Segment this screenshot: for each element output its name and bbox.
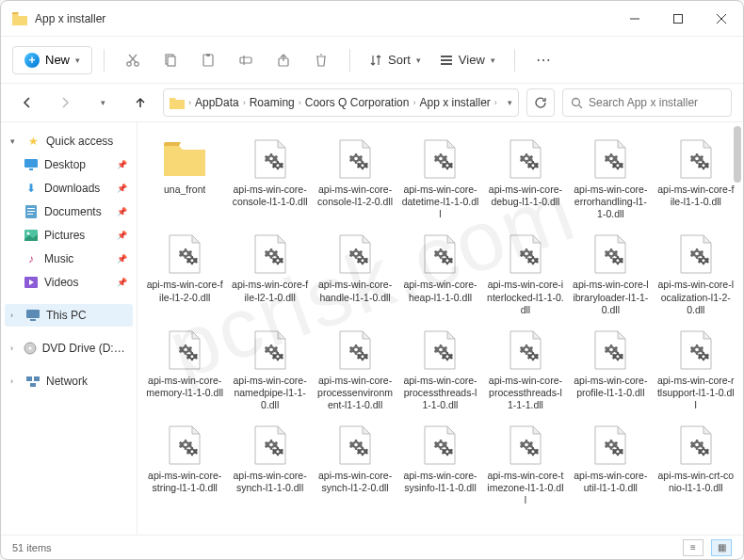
search-icon (571, 97, 583, 109)
more-button[interactable]: ⋯ (526, 43, 560, 77)
paste-button[interactable] (191, 43, 225, 77)
pictures-icon (24, 228, 39, 243)
pin-icon: 📌 (117, 160, 127, 169)
file-name: api-ms-win-core-file-l2-1-0.dll (231, 279, 308, 303)
file-item[interactable]: api-ms-win-core-synch-l1-1-0.dll (228, 418, 311, 511)
file-item[interactable]: api-ms-win-core-heap-l1-1-0.dll (398, 227, 481, 320)
svg-rect-23 (27, 208, 35, 209)
scrollbar[interactable] (734, 126, 741, 183)
view-button[interactable]: View ▾ (432, 47, 503, 72)
sidebar-downloads[interactable]: ⬇Downloads📌 (5, 177, 133, 200)
file-item[interactable]: api-ms-win-core-rtlsupport-l1-1-0.dll (655, 323, 737, 416)
sidebar-music[interactable]: ♪Music📌 (5, 248, 133, 270)
sidebar-pictures[interactable]: Pictures📌 (5, 224, 133, 247)
file-item[interactable]: api-ms-win-core-file-l2-1-0.dll (228, 227, 311, 320)
dll-icon (588, 423, 633, 468)
file-item[interactable]: api-ms-win-core-handle-l1-1-0.dll (314, 227, 396, 320)
file-item[interactable]: api-ms-win-core-processthreads-l1-1-0.dl… (398, 323, 481, 416)
sidebar-documents[interactable]: Documents📌 (5, 200, 133, 223)
file-item[interactable]: api-ms-win-crt-conio-l1-1-0.dll (655, 418, 737, 511)
file-item[interactable]: api-ms-win-core-datetime-l1-1-0.dll (398, 132, 481, 225)
file-name: api-ms-win-core-processthreads-l1-1-1.dl… (487, 375, 564, 411)
separator (349, 49, 350, 72)
file-item[interactable]: api-ms-win-core-synch-l1-2-0.dll (314, 418, 396, 511)
details-view-button[interactable]: ≡ (683, 539, 704, 556)
file-name: api-ms-win-core-synch-l1-2-0.dll (316, 470, 394, 494)
sidebar-desktop[interactable]: Desktop📌 (5, 153, 133, 176)
delete-button[interactable] (304, 43, 338, 77)
chevron-right-icon: › (243, 98, 246, 107)
maximize-button[interactable] (656, 1, 700, 37)
file-item[interactable]: api-ms-win-core-timezone-l1-1-0.dll (484, 418, 567, 511)
file-item[interactable]: api-ms-win-core-sysinfo-l1-1-0.dll (398, 418, 481, 511)
sidebar-quick-access[interactable]: ▾★Quick access (5, 130, 133, 152)
sidebar-videos[interactable]: Videos📌 (5, 271, 133, 294)
refresh-button[interactable] (526, 88, 555, 117)
crumb[interactable]: Roaming (250, 96, 295, 109)
back-button[interactable] (12, 88, 42, 118)
folder-item[interactable]: una_front (143, 132, 226, 225)
sort-button[interactable]: Sort ▾ (362, 47, 429, 72)
chevron-down-icon: ▾ (10, 136, 20, 146)
file-item[interactable]: api-ms-win-core-memory-l1-1-0.dll (143, 323, 226, 416)
sidebar-this-pc[interactable]: ›This PC (5, 304, 133, 327)
svg-rect-16 (441, 59, 452, 61)
crumb[interactable]: Coors Q Corporation (305, 96, 410, 109)
file-item[interactable]: api-ms-win-core-profile-l1-1-0.dll (569, 323, 652, 416)
svg-line-6 (130, 55, 137, 62)
svg-rect-21 (29, 168, 33, 170)
file-name: api-ms-win-core-debug-l1-1-0.dll (487, 184, 564, 208)
file-name: api-ms-win-core-console-l1-1-0.dll (231, 184, 308, 208)
icons-view-button[interactable]: ▦ (711, 539, 732, 556)
breadcrumb[interactable]: › AppData › Roaming › Coors Q Corporatio… (163, 88, 519, 117)
copy-button[interactable] (154, 43, 187, 77)
file-item[interactable]: api-ms-win-core-console-l1-2-0.dll (314, 132, 396, 225)
file-item[interactable]: api-ms-win-core-string-l1-1-0.dll (143, 418, 226, 511)
dll-icon (332, 423, 378, 468)
search-box[interactable] (562, 88, 732, 117)
rename-button[interactable] (229, 43, 263, 77)
close-button[interactable] (700, 1, 743, 37)
cut-button[interactable] (116, 43, 150, 77)
file-item[interactable]: api-ms-win-core-processthreads-l1-1-1.dl… (484, 323, 567, 416)
up-button[interactable] (125, 88, 155, 118)
crumb[interactable]: App x installer (419, 96, 490, 109)
sidebar-network[interactable]: ›Network (5, 370, 133, 392)
file-item[interactable]: api-ms-win-core-file-l1-2-0.dll (143, 227, 226, 320)
dll-icon (588, 232, 633, 277)
crumb[interactable]: AppData (195, 96, 239, 109)
minimize-button[interactable] (613, 1, 656, 37)
file-item[interactable]: api-ms-win-core-interlocked-l1-1-0.dll (484, 227, 567, 320)
address-bar: ▾ › AppData › Roaming › Coors Q Corporat… (1, 84, 743, 121)
dll-icon (673, 232, 719, 277)
sidebar-dvd[interactable]: ›DVD Drive (D:) CCCC (5, 337, 133, 360)
chevron-down-icon[interactable]: ▾ (508, 98, 512, 107)
titlebar: App x installer (1, 1, 743, 37)
new-button[interactable]: + New ▾ (12, 46, 92, 74)
search-input[interactable] (589, 96, 730, 109)
file-item[interactable]: api-ms-win-core-errorhandling-l1-1-0.dll (569, 132, 652, 225)
chevron-right-icon: › (299, 98, 301, 107)
star-icon: ★ (25, 134, 40, 149)
file-item[interactable]: api-ms-win-core-processenvironment-l1-1-… (314, 323, 396, 416)
chevron-right-icon: › (412, 98, 415, 107)
file-name: api-ms-win-core-file-l1-2-0.dll (146, 279, 223, 303)
share-button[interactable] (267, 43, 300, 77)
recent-button[interactable]: ▾ (88, 88, 118, 118)
separator (514, 49, 515, 72)
svg-line-19 (579, 104, 583, 108)
file-pane[interactable]: una_frontapi-ms-win-core-console-l1-1-0.… (137, 122, 743, 535)
file-item[interactable]: api-ms-win-core-namedpipe-l1-1-0.dll (228, 323, 311, 416)
file-item[interactable]: api-ms-win-core-libraryloader-l1-1-0.dll (569, 227, 652, 320)
svg-rect-1 (674, 14, 683, 23)
forward-button[interactable] (50, 88, 80, 118)
chevron-right-icon: › (494, 98, 497, 107)
file-item[interactable]: api-ms-win-core-debug-l1-1-0.dll (484, 132, 567, 225)
chevron-right-icon: › (10, 376, 20, 386)
file-name: api-ms-win-core-processthreads-l1-1-0.dl… (401, 375, 478, 411)
file-item[interactable]: api-ms-win-core-util-l1-1-0.dll (569, 418, 652, 511)
file-item[interactable]: api-ms-win-core-console-l1-1-0.dll (228, 132, 311, 225)
file-item[interactable]: api-ms-win-core-file-l1-1-0.dll (655, 132, 737, 225)
network-icon (25, 374, 40, 389)
file-item[interactable]: api-ms-win-core-localization-l1-2-0.dll (655, 227, 737, 320)
